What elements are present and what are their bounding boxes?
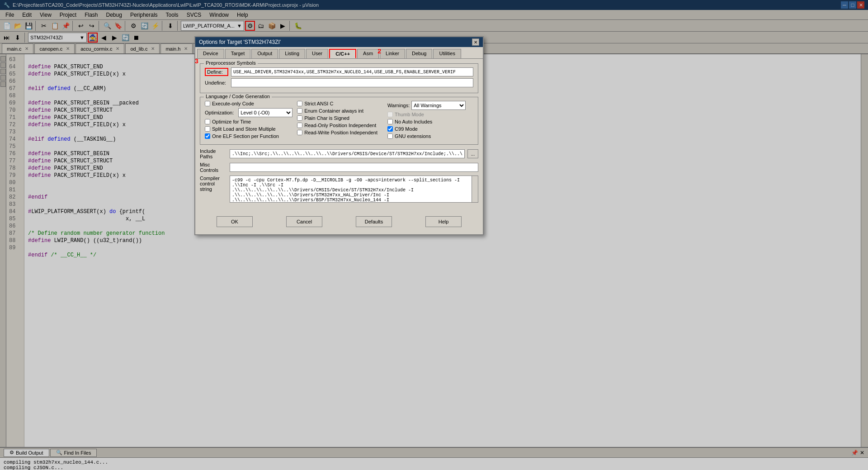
execute-only-label: Execute-only Code	[212, 101, 254, 106]
enum-container-checkbox[interactable]	[297, 108, 302, 114]
ok-button[interactable]: OK	[217, 216, 253, 227]
no-auto-label: No Auto Includes	[395, 119, 432, 124]
read-write-pos-label: Read-Write Position Independent	[304, 130, 377, 135]
options-dialog: Options for Target 'STM32H743ZI' ✕ Devic…	[194, 36, 484, 235]
c99-mode-label: C99 Mode	[395, 126, 418, 132]
c99-mode-item: C99 Mode	[387, 126, 473, 132]
dialog-tab-listing[interactable]: Listing	[279, 49, 305, 58]
include-paths-browse-btn[interactable]: ...	[467, 149, 478, 158]
compiler-control-row: Compiler control string -c99 -c -cpu Cor…	[200, 176, 478, 206]
read-only-pos-label: Read-Only Position Independent	[304, 123, 376, 128]
thumb-mode-checkbox[interactable]	[387, 112, 393, 117]
include-paths-input[interactable]	[230, 149, 465, 158]
dialog-tab-target[interactable]: Target	[225, 49, 251, 58]
compiler-vertical-scrollbar[interactable]	[472, 176, 478, 202]
defaults-button[interactable]: Defaults	[356, 216, 392, 227]
dialog-title: Options for Target 'STM32H743ZI'	[199, 39, 281, 45]
one-elf-item: One ELF Section per Function	[205, 133, 292, 139]
enum-container-item: Enum Container always int	[297, 108, 383, 114]
execute-only-item: Execute-only Code	[205, 101, 292, 106]
options-columns: Execute-only Code Optimization: Level 0 …	[205, 101, 473, 141]
optimize-time-item: Optimize for Time	[205, 119, 292, 124]
gnu-ext-label: GNU extensions	[395, 133, 431, 139]
right-column: Warnings: All Warnings No Warnings Thumb…	[387, 101, 473, 141]
read-only-pos-item: Read-Only Position Independent	[297, 123, 383, 128]
define-label: Define:	[205, 68, 228, 76]
define-input[interactable]	[231, 67, 473, 76]
dialog-tabs: Device Target Output Listing User C/C++ …	[195, 47, 483, 59]
warnings-row: Warnings: All Warnings No Warnings	[387, 101, 473, 110]
help-button[interactable]: Help	[425, 216, 462, 227]
dialog-overlay: Options for Target 'STM32H743ZI' ✕ Devic…	[0, 0, 868, 470]
no-auto-item: No Auto Includes	[387, 119, 473, 124]
dialog-title-bar: Options for Target 'STM32H743ZI' ✕	[195, 37, 483, 47]
define-row: Define:	[205, 67, 473, 76]
compiler-control-box: -c99 -c -cpu Cortex-M7.fp.dp -D__MICROLI…	[230, 176, 478, 203]
dialog-tab-user[interactable]: User	[306, 49, 328, 58]
strict-ansi-checkbox[interactable]	[297, 101, 302, 106]
optimization-row: Optimization: Level 0 (-O0) Level 1 (-O1…	[205, 108, 292, 117]
misc-controls-label: Misc Controls	[200, 162, 227, 173]
undefine-row: Undefine:	[205, 78, 473, 87]
dialog-tab-utilities[interactable]: Utilities	[433, 49, 461, 58]
optimize-time-checkbox[interactable]	[205, 119, 210, 124]
strict-ansi-item: Strict ANSI C	[297, 101, 383, 106]
language-title: Language / Code Generation	[204, 94, 272, 99]
include-paths-label: Include Paths	[200, 148, 227, 159]
annotation-3: 3	[195, 57, 198, 65]
dialog-tab-cc[interactable]: C/C++	[329, 49, 356, 58]
one-elf-checkbox[interactable]	[205, 133, 210, 139]
preprocessor-title: Preprocessor Symbols	[204, 60, 258, 66]
strict-ansi-label: Strict ANSI C	[304, 101, 333, 106]
read-only-pos-checkbox[interactable]	[297, 123, 302, 128]
plain-char-item: Plain Char is Signed	[297, 115, 383, 121]
gnu-ext-item: GNU extensions	[387, 133, 473, 139]
include-paths-row: Include Paths ...	[200, 148, 478, 159]
dialog-tab-debug[interactable]: Debug	[406, 49, 432, 58]
dialog-tab-linker[interactable]: Linker	[380, 49, 405, 58]
dialog-content: Preprocessor Symbols 3 Define: Undefine:…	[195, 59, 483, 213]
thumb-mode-item: Thumb Mode	[387, 112, 473, 117]
split-load-item: Split Load and Store Multiple	[205, 126, 292, 132]
split-load-checkbox[interactable]	[205, 126, 210, 132]
thumb-mode-label: Thumb Mode	[395, 112, 424, 117]
warnings-label: Warnings:	[387, 103, 410, 108]
preprocessor-group: Preprocessor Symbols 3 Define: Undefine:	[200, 63, 478, 93]
warnings-select[interactable]: All Warnings No Warnings	[411, 101, 466, 110]
undefine-label: Undefine:	[205, 80, 228, 85]
dialog-close-button[interactable]: ✕	[472, 38, 479, 46]
compiler-control-label: Compiler control string	[200, 176, 227, 192]
compiler-control-wrapper: -c99 -c -cpu Cortex-M7.fp.dp -D__MICROLI…	[230, 176, 478, 206]
plain-char-label: Plain Char is Signed	[304, 115, 349, 121]
dialog-tab-output[interactable]: Output	[251, 49, 278, 58]
optimization-select[interactable]: Level 0 (-O0) Level 1 (-O1) Level 2 (-O2…	[238, 108, 292, 117]
misc-controls-row: Misc Controls	[200, 162, 478, 173]
undefine-input[interactable]	[231, 78, 473, 87]
plain-char-checkbox[interactable]	[297, 115, 302, 121]
one-elf-label: One ELF Section per Function	[212, 133, 279, 139]
optimization-label: Optimization:	[205, 110, 234, 115]
optimize-time-label: Optimize for Time	[212, 119, 251, 124]
language-group: Language / Code Generation Execute-only …	[200, 97, 478, 145]
dialog-tab-device[interactable]: Device	[197, 49, 224, 58]
dialog-buttons: OK Cancel Defaults Help	[195, 213, 483, 231]
read-write-pos-checkbox[interactable]	[297, 130, 302, 135]
dialog-tab-asm[interactable]: Asm 2	[357, 49, 379, 58]
split-load-label: Split Load and Store Multiple	[212, 126, 276, 132]
execute-only-checkbox[interactable]	[205, 101, 210, 106]
compiler-control-text: -c99 -c -cpu Cortex-M7.fp.dp -D__MICROLI…	[232, 178, 476, 203]
preprocessor-section-wrapper: Preprocessor Symbols 3 Define: Undefine:	[200, 63, 478, 93]
left-column: Execute-only Code Optimization: Level 0 …	[205, 101, 292, 141]
enum-container-label: Enum Container always int	[304, 108, 363, 114]
no-auto-checkbox[interactable]	[387, 119, 393, 124]
cancel-button[interactable]: Cancel	[286, 216, 322, 227]
read-write-pos-item: Read-Write Position Independent	[297, 130, 383, 135]
gnu-ext-checkbox[interactable]	[387, 133, 393, 139]
misc-controls-input[interactable]	[230, 163, 478, 172]
c99-mode-checkbox[interactable]	[387, 126, 393, 132]
middle-column: Strict ANSI C Enum Container always int …	[297, 101, 383, 141]
